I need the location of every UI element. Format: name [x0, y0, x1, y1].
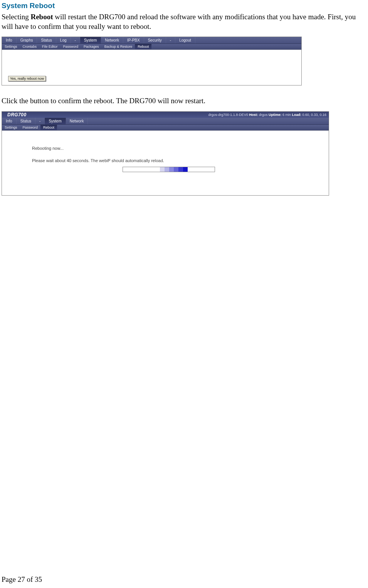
progress-seg — [183, 167, 188, 172]
nav-tab-network[interactable]: Network — [66, 118, 88, 124]
subnav-tab-password[interactable]: Password — [20, 125, 41, 130]
page-footer: Page 27 of 35 — [2, 575, 42, 584]
progress-seg — [160, 167, 165, 172]
subnav-tab-password[interactable]: Password — [60, 44, 81, 49]
progress-seg — [123, 167, 160, 172]
screenshot-rebooting: DRG700 drgos-drg700-1.1.8-DEV0 Host: drg… — [2, 111, 329, 196]
progress-bar — [123, 167, 215, 172]
nav-tab-status[interactable]: Status — [37, 37, 56, 44]
sub-nav: SettingsCrontabsFile EditorPasswordPacka… — [2, 44, 301, 50]
status-uptime: 6 min — [281, 113, 292, 117]
main-nav: InfoGraphsStatusLog-SystemNetworkIP-PBXS… — [2, 37, 301, 44]
intro-post: will restart the DRG700 and reload the s… — [2, 13, 356, 30]
section-heading: System Reboot — [2, 2, 368, 10]
screenshot-body: Yes, really reboot now — [2, 50, 301, 85]
nav-tab-logout[interactable]: Logout — [175, 37, 195, 44]
subnav-tab-packages[interactable]: Packages — [81, 44, 102, 49]
status-text: drgos-drg700-1.1.8-DEV0 Host: drgos Upti… — [208, 113, 326, 117]
title-bar: DRG700 drgos-drg700-1.1.8-DEV0 Host: drg… — [2, 112, 329, 118]
confirm-reboot-button[interactable]: Yes, really reboot now — [8, 76, 46, 81]
subnav-tab-reboot[interactable]: Reboot — [40, 125, 57, 130]
progress-seg — [165, 167, 169, 172]
status-load: 0.60, 0.33, 0.16 — [301, 113, 326, 117]
nav-tab-status[interactable]: Status — [17, 118, 35, 124]
intro-bold: Reboot — [30, 13, 53, 21]
rebooting-message: Rebooting now... — [32, 146, 306, 151]
subnav-tab-settings[interactable]: Settings — [2, 125, 20, 130]
progress-container — [123, 167, 215, 172]
nav-tab-security[interactable]: Security — [144, 37, 166, 44]
wait-message: Please wait about 40 seconds. The webif²… — [32, 158, 306, 163]
main-nav: InfoStatus-SystemNetwork — [2, 118, 329, 125]
intro-pre: Selecting — [2, 13, 30, 21]
progress-seg — [178, 167, 183, 172]
nav-tab-network[interactable]: Network — [101, 37, 123, 44]
subnav-tab-settings[interactable]: Settings — [2, 44, 20, 49]
mid-paragraph: Click the button to confirm the reboot. … — [2, 96, 366, 106]
brand-label: DRG700 — [7, 112, 27, 117]
subnav-tab-backup-restore[interactable]: Backup & Restore — [102, 44, 135, 49]
nav-tab-ip-pbx[interactable]: IP-PBX — [123, 37, 144, 44]
status-host: drgos — [258, 113, 269, 117]
nav-tab--[interactable]: - — [166, 37, 175, 44]
subnav-tab-reboot[interactable]: Reboot — [135, 44, 151, 49]
status-version: drgos-drg700-1.1.8-DEV0 — [208, 113, 248, 117]
nav-tab-system[interactable]: System — [80, 37, 101, 44]
nav-tab--[interactable]: - — [35, 118, 45, 124]
subnav-tab-file-editor[interactable]: File Editor — [39, 44, 60, 49]
progress-seg — [169, 167, 174, 172]
nav-tab-graphs[interactable]: Graphs — [17, 37, 37, 44]
progress-seg — [188, 167, 215, 172]
status-load-label: Load: — [292, 113, 301, 117]
nav-tab-system[interactable]: System — [45, 118, 66, 124]
intro-paragraph: Selecting Reboot will restart the DRG700… — [2, 12, 366, 31]
nav-tab-info[interactable]: Info — [2, 118, 17, 124]
screenshot-body: Rebooting now... Please wait about 40 se… — [2, 131, 329, 195]
nav-tab--[interactable]: - — [71, 37, 80, 44]
nav-tab-log[interactable]: Log — [56, 37, 71, 44]
subnav-tab-crontabs[interactable]: Crontabs — [20, 44, 40, 49]
status-uptime-label: Uptime: — [269, 113, 282, 117]
nav-tab-info[interactable]: Info — [2, 37, 17, 44]
progress-seg — [174, 167, 178, 172]
status-host-label: Host: — [249, 113, 258, 117]
sub-nav: SettingsPasswordReboot — [2, 125, 329, 131]
screenshot-confirm-reboot: InfoGraphsStatusLog-SystemNetworkIP-PBXS… — [2, 37, 302, 85]
